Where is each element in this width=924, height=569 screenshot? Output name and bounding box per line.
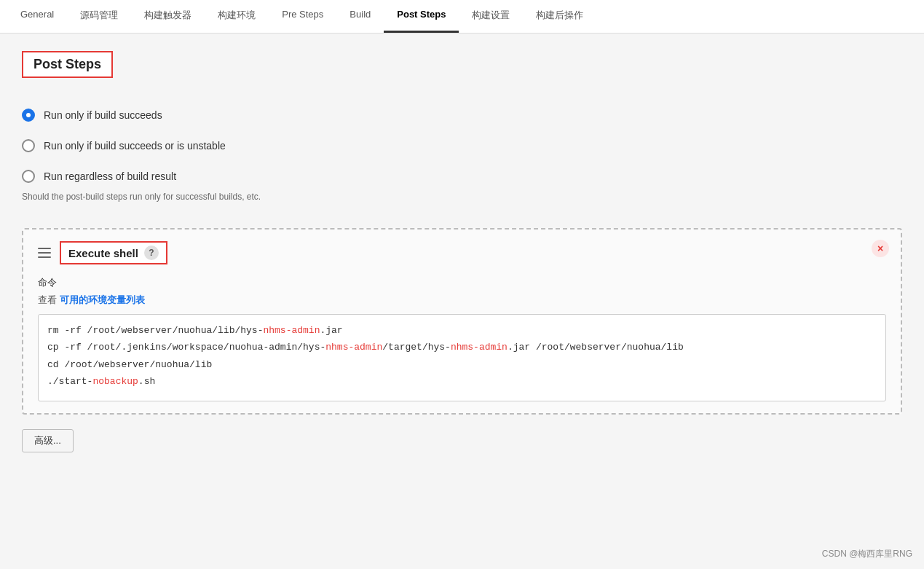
execute-shell-label: Execute shell: [68, 247, 138, 259]
code-line-3: cd /root/webserver/nuohua/lib: [47, 356, 877, 373]
radio-option-always[interactable]: Run regardless of build result: [22, 160, 902, 190]
advanced-button[interactable]: 高级...: [22, 429, 74, 452]
helper-text: Should the post-build steps run only for…: [22, 192, 902, 202]
tab-bar: General源码管理构建触发器构建环境Pre StepsBuildPost S…: [0, 0, 924, 34]
tab-settings[interactable]: 构建设置: [459, 0, 523, 33]
code-line-1: rm -rf /root/webserver/nuohua/lib/hys-nh…: [47, 322, 877, 339]
tab-presteps[interactable]: Pre Steps: [269, 0, 336, 33]
execute-shell-card: Execute shell ? × 命令 查看 可用的环境变量列表 rm -rf…: [22, 228, 902, 415]
radio-group: Run only if build succeeds Run only if b…: [22, 98, 902, 213]
tab-build[interactable]: Build: [336, 0, 384, 33]
env-variables-link[interactable]: 可用的环境变量列表: [60, 294, 145, 305]
radio-option-success-unstable[interactable]: Run only if build succeeds or is unstabl…: [22, 129, 902, 160]
hamburger-line-2: [38, 252, 51, 254]
highlight-3: nhms-admin: [451, 342, 508, 353]
tab-poststeps[interactable]: Post Steps: [384, 0, 459, 33]
watermark: CSDN @梅西库里RNG: [822, 548, 912, 560]
radio-always-label: Run regardless of build result: [44, 170, 176, 182]
code-line-4: ./start-nobackup.sh: [47, 373, 877, 390]
code-line-2: cp -rf /root/.jenkins/workspace/nuohua-a…: [47, 339, 877, 356]
highlight-1: nhms-admin: [263, 325, 320, 336]
close-button[interactable]: ×: [872, 240, 889, 257]
radio-option-success-only[interactable]: Run only if build succeeds: [22, 98, 902, 129]
radio-success-unstable[interactable]: [22, 139, 35, 152]
radio-success-unstable-label: Run only if build succeeds or is unstabl…: [44, 140, 226, 152]
env-link-prefix: 查看: [38, 294, 60, 305]
radio-success-only-label: Run only if build succeeds: [44, 109, 162, 121]
tab-general[interactable]: General: [7, 0, 67, 33]
tab-source[interactable]: 源码管理: [67, 0, 131, 33]
section-title: Post Steps: [22, 51, 113, 78]
command-label: 命令: [38, 276, 886, 289]
radio-always[interactable]: [22, 170, 35, 183]
env-link-container: 查看 可用的环境变量列表: [38, 294, 886, 307]
hamburger-line-3: [38, 256, 51, 258]
highlight-2: nhms-admin: [325, 342, 382, 353]
radio-success-only[interactable]: [22, 109, 35, 122]
main-content: Post Steps Run only if build succeeds Ru…: [0, 34, 924, 566]
command-input[interactable]: rm -rf /root/webserver/nuohua/lib/hys-nh…: [38, 314, 886, 401]
hamburger-line-1: [38, 248, 51, 249]
tab-postbuild[interactable]: 构建后操作: [523, 0, 596, 33]
drag-handle-icon[interactable]: [38, 248, 51, 258]
execute-shell-title-box[interactable]: Execute shell ?: [60, 241, 167, 264]
help-button[interactable]: ?: [144, 246, 159, 260]
highlight-4: nobackup: [92, 376, 138, 387]
tab-env[interactable]: 构建环境: [205, 0, 269, 33]
step-header: Execute shell ?: [38, 241, 886, 264]
tab-triggers[interactable]: 构建触发器: [131, 0, 205, 33]
